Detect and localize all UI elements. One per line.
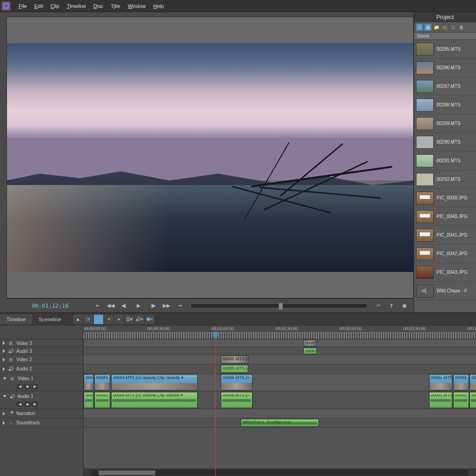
lane-soundtrack[interactable]: Wild Chase - Fugitive.wav — [84, 418, 476, 428]
selection-tool[interactable]: ▲ — [73, 315, 83, 324]
menu-edit[interactable]: Edit — [31, 1, 47, 11]
freeze-frame-button[interactable]: ▣ — [399, 301, 410, 311]
menu-help[interactable]: Help — [150, 1, 168, 11]
prev-keyframe-button[interactable]: ◀ — [17, 402, 23, 407]
track-header-video3[interactable]: ⊞Video 3 — [0, 339, 83, 347]
clip-soundtrack[interactable]: Wild Chase - Fugitive.wav — [241, 419, 319, 427]
add-keyframe-button[interactable]: ◆ — [24, 384, 31, 389]
clip-audio[interactable]: 000 — [84, 392, 93, 408]
clip-video[interactable]: 00092. — [453, 374, 469, 390]
audio-display-menu[interactable]: 🔊▾ — [135, 315, 144, 324]
clip-video[interactable]: 00091.MTS [V — [429, 374, 453, 390]
properties-button[interactable]: ⬚ — [94, 315, 103, 324]
speaker-icon: 🔊 — [7, 366, 14, 372]
clip-audio[interactable]: 00084.MTS [A] Volume:Clip Volume ▾ — [111, 392, 198, 408]
list-view-button[interactable]: ☰ — [416, 24, 423, 31]
clip-audio[interactable]: 00086.MTS [A — [221, 392, 252, 408]
asset-item[interactable]: 00288.MTS — [414, 96, 476, 114]
clip-video[interactable]: 00093.MTS [V — [469, 374, 476, 390]
prev-keyframe-button[interactable]: ◀ — [17, 384, 23, 389]
track-content[interactable]: 00;00;00;0000;00;30;0000;01;00;0000;01;3… — [84, 325, 476, 476]
asset-item[interactable]: 00285.MTS — [414, 40, 476, 59]
asset-thumbnail — [416, 61, 434, 74]
lane-video2[interactable]: 00085.MTS [V — [84, 355, 476, 364]
asset-item[interactable]: 00291.MTS — [414, 152, 476, 170]
asset-item[interactable]: 00287.MTS — [414, 77, 476, 96]
set-out-point-button[interactable]: ⇥ — [174, 301, 185, 311]
clip-00087-a[interactable]: 00087.M — [304, 348, 317, 354]
fast-forward-button[interactable]: ▶▶ — [161, 301, 172, 311]
clip-audio[interactable]: 00091.MTS [A — [429, 392, 453, 408]
track-header-audio1[interactable]: 🔊Audio 1 ◀◆▶ — [0, 391, 83, 409]
lane-audio2[interactable]: 00085.MTS [A — [84, 364, 476, 374]
asset-item[interactable]: 00292.MTS — [414, 170, 476, 189]
tab-timeline[interactable]: Timeline — [0, 314, 32, 324]
asset-item[interactable]: PIC_0040.JPG — [414, 207, 476, 226]
marker-menu[interactable]: ● — [114, 315, 124, 324]
clip-video[interactable]: 00083. — [94, 374, 110, 390]
timeline-hscroll[interactable] — [84, 469, 476, 476]
playhead[interactable] — [215, 325, 216, 476]
step-back-button[interactable]: ◀| — [118, 301, 129, 311]
preview-viewport[interactable] — [7, 17, 413, 298]
clip-00085-v[interactable]: 00085.MTS [V — [221, 356, 248, 364]
hscroll-thumb[interactable] — [99, 470, 155, 475]
clip-video[interactable]: 000 — [84, 374, 93, 390]
asset-item[interactable]: PIC_0042.JPG — [414, 245, 476, 263]
lane-narration[interactable] — [84, 409, 476, 418]
time-ruler[interactable]: 00;00;00;0000;00;30;0000;01;00;0000;01;3… — [84, 325, 476, 339]
clip-audio[interactable]: 00083. — [94, 392, 110, 408]
lane-audio1[interactable]: 00000083.00084.MTS [A] Volume:Clip Volum… — [84, 391, 476, 409]
track-header-narration[interactable]: 🎤Narration — [0, 409, 83, 418]
icon-view-button[interactable]: ▦ — [424, 24, 431, 31]
asset-item[interactable]: PIC_0039.JPG — [414, 189, 476, 207]
track-header-video1[interactable]: ⊞Video 1 ◀◆▶ — [0, 374, 83, 391]
clip-00087-v[interactable]: 00087.M — [304, 340, 317, 346]
step-forward-button[interactable]: |▶ — [148, 301, 159, 311]
asset-item[interactable]: 00289.MTS — [414, 114, 476, 133]
set-in-point-button[interactable]: ⇤ — [92, 301, 103, 311]
lane-video3[interactable]: 00087.M — [84, 339, 476, 347]
menu-file[interactable]: File — [15, 1, 31, 11]
get-media-button[interactable]: 📁 — [433, 24, 440, 31]
clip-audio[interactable]: 00093.MTS [A] ne▾ — [469, 392, 476, 408]
name-column-header[interactable]: Name — [414, 33, 476, 40]
track-header-video2[interactable]: ⊞Video 2 — [0, 355, 83, 364]
track-header-audio2[interactable]: 🔊Audio 2 — [0, 364, 83, 374]
next-keyframe-button[interactable]: ▶ — [32, 384, 38, 389]
lane-video1[interactable]: 00000083.00084.MTS [V] Opacity:Clip Opac… — [84, 374, 476, 391]
clip-audio[interactable]: 00092. — [453, 392, 469, 408]
delete-button[interactable]: 🗑 — [458, 24, 465, 31]
track-header-soundtrack[interactable]: ♪Soundtrack — [0, 418, 83, 428]
add-keyframe-button[interactable]: ◆ — [24, 402, 31, 407]
asset-item[interactable]: PIC_0043.JPG — [414, 263, 476, 282]
asset-item[interactable]: PIC_0041.JPG — [414, 226, 476, 245]
current-timecode[interactable]: 00;01;12;16 — [10, 303, 90, 309]
clip-video[interactable]: 00086.MTS [V — [221, 374, 252, 390]
lane-audio3[interactable]: 00087.M — [84, 347, 476, 355]
asset-item-audio[interactable]: Wild Chase - F — [414, 282, 476, 300]
track-display-menu[interactable]: ☰▾ — [125, 315, 134, 324]
menu-title[interactable]: Title — [107, 1, 124, 11]
asset-item[interactable]: 00286.MTS — [414, 59, 476, 77]
tab-sceneline[interactable]: Sceneline — [32, 314, 67, 324]
menu-window[interactable]: Window — [124, 1, 150, 11]
rewind-button[interactable]: ◀◀ — [105, 301, 116, 311]
add-marker-button[interactable]: ⬣▾ — [145, 315, 154, 324]
play-button[interactable]: ▶ — [131, 301, 146, 311]
clip-video[interactable]: 00084.MTS [V] Opacity:Clip Opacity ▾ — [111, 374, 198, 390]
menu-disc[interactable]: Disc — [90, 1, 107, 11]
next-keyframe-button[interactable]: ▶ — [32, 402, 38, 407]
new-folder-button[interactable]: 🗀 — [441, 24, 448, 31]
split-clip-button[interactable]: ✂ — [373, 301, 384, 311]
smart-trim-button[interactable]: ✦ — [104, 315, 113, 324]
time-stretch-tool[interactable]: ◔ — [84, 315, 93, 324]
asset-item[interactable]: 00290.MTS — [414, 133, 476, 152]
track-header-audio3[interactable]: 🔊Audio 3 — [0, 347, 83, 355]
clip-00085-a[interactable]: 00085.MTS [A — [221, 365, 248, 373]
add-title-button[interactable]: T — [386, 301, 397, 311]
menu-timeline[interactable]: Timeline — [63, 1, 90, 11]
shuttle-slider[interactable] — [191, 304, 367, 308]
menu-clip[interactable]: Clip — [47, 1, 63, 11]
new-item-button[interactable]: 🗋 — [450, 24, 456, 31]
